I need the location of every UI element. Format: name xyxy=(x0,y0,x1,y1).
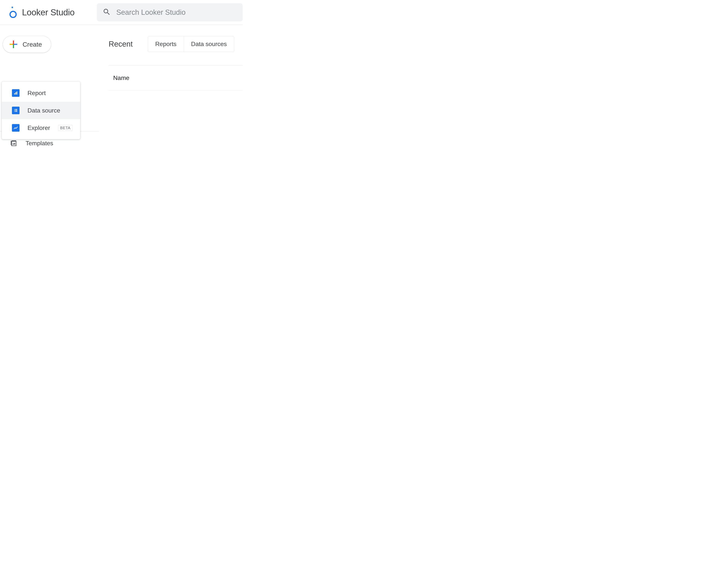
dropdown-label: Explorer xyxy=(27,125,50,132)
content-header: Recent Reports Data sources xyxy=(109,36,243,52)
dropdown-label: Report xyxy=(27,90,46,97)
content-tabs: Reports Data sources xyxy=(148,36,234,52)
plus-icon xyxy=(10,41,17,48)
search-bar[interactable] xyxy=(97,3,243,21)
create-dropdown: Report Data source Explorer BETA xyxy=(2,82,80,139)
svg-rect-6 xyxy=(15,110,17,111)
page-title: Recent xyxy=(109,40,133,48)
tab-reports[interactable]: Reports xyxy=(148,36,184,52)
dropdown-item-data-source[interactable]: Data source xyxy=(2,102,80,119)
sidebar: Create Recent Shared with me Owned by me… xyxy=(0,25,99,189)
svg-rect-8 xyxy=(15,111,17,112)
dropdown-label: Data source xyxy=(27,107,60,114)
data-source-icon xyxy=(12,107,20,114)
search-icon xyxy=(103,8,111,17)
svg-rect-0 xyxy=(14,93,15,95)
app-title: Looker Studio xyxy=(22,7,75,17)
image-icon xyxy=(10,139,18,147)
app-header: Looker Studio xyxy=(0,0,243,25)
svg-rect-7 xyxy=(14,111,15,112)
create-button[interactable]: Create xyxy=(3,36,51,53)
explorer-icon xyxy=(12,124,20,132)
logo-section[interactable]: Looker Studio xyxy=(9,7,75,18)
table-header: Name xyxy=(109,65,243,91)
svg-rect-1 xyxy=(15,92,16,95)
content-area: Recent Reports Data sources Name xyxy=(99,25,243,189)
main-layout: Create Recent Shared with me Owned by me… xyxy=(0,25,243,189)
nav-label: Templates xyxy=(26,140,53,147)
create-label: Create xyxy=(23,41,42,48)
svg-rect-2 xyxy=(16,92,17,95)
report-icon xyxy=(12,89,20,97)
svg-rect-3 xyxy=(14,109,15,110)
svg-rect-4 xyxy=(15,109,17,110)
search-input[interactable] xyxy=(116,8,237,16)
looker-studio-logo-icon xyxy=(9,7,17,18)
svg-rect-5 xyxy=(14,110,15,111)
dropdown-item-report[interactable]: Report xyxy=(2,84,80,102)
beta-badge: BETA xyxy=(58,125,73,131)
column-header-name[interactable]: Name xyxy=(113,74,239,82)
dropdown-item-explorer[interactable]: Explorer BETA xyxy=(2,119,80,137)
tab-data-sources[interactable]: Data sources xyxy=(184,36,234,52)
